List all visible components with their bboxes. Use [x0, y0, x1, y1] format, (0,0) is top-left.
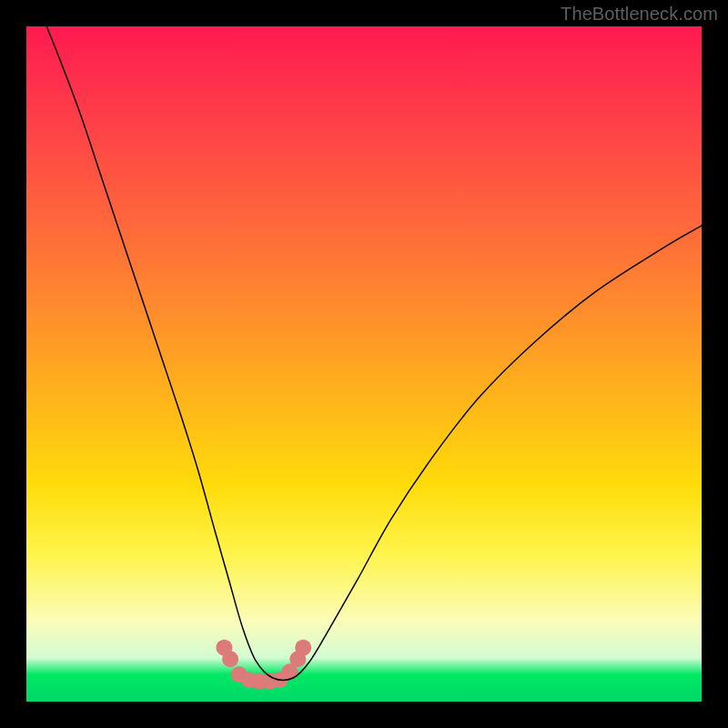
marker-dot [222, 651, 238, 667]
plot-area [26, 26, 702, 702]
watermark-text: TheBottleneck.com [561, 4, 718, 25]
bottleneck-curve [46, 26, 702, 680]
marker-dot [295, 640, 311, 656]
chart-frame: TheBottleneck.com [0, 0, 728, 728]
chart-svg [26, 26, 702, 702]
markers-layer [216, 640, 311, 690]
